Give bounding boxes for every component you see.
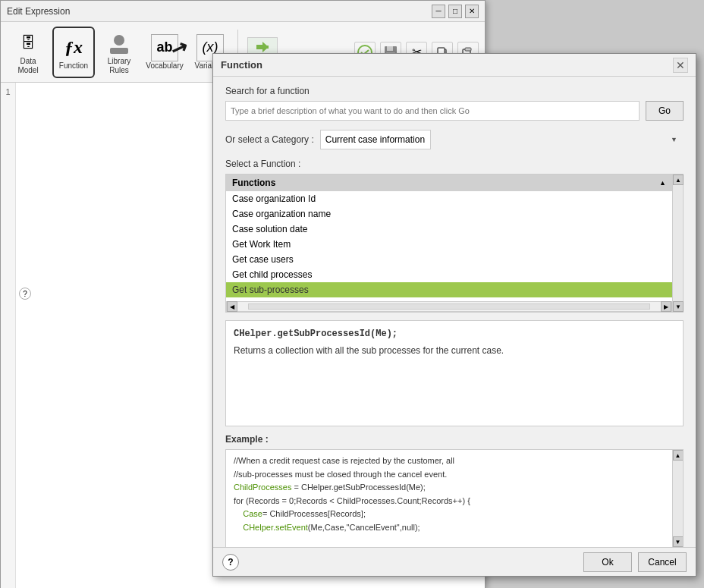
- functions-scroll-area: Functions ▲ Case organization Id Case or…: [226, 175, 683, 312]
- ok-button[interactable]: Ok: [583, 552, 632, 572]
- minimize-button[interactable]: ─: [432, 5, 445, 18]
- cancel-button[interactable]: Cancel: [638, 552, 687, 572]
- example-line-4: for (Records = 0;Records < ChildProcesse…: [234, 496, 470, 505]
- svg-point-0: [114, 35, 124, 46]
- library-rules-icon: [105, 30, 133, 57]
- example-scroll: ▲ ▼: [672, 450, 683, 547]
- svg-rect-6: [387, 46, 393, 51]
- vocabulary-label: Vocabulary: [146, 61, 183, 71]
- functions-list[interactable]: Case organization Id Case organization n…: [226, 191, 672, 301]
- left-panel: 1: [1, 83, 16, 588]
- example-scroll-down-btn[interactable]: ▼: [673, 536, 684, 547]
- function-item-case-solution-date[interactable]: Case solution date: [226, 222, 672, 237]
- v-scroll-up-top[interactable]: ▲: [659, 179, 666, 187]
- edit-expression-titlebar: Edit Expression ─ □ ✕: [1, 1, 485, 22]
- functions-header-label: Functions: [232, 178, 275, 188]
- example-code: //When a credit request case is rejected…: [226, 450, 683, 539]
- search-input[interactable]: [225, 101, 640, 121]
- svg-rect-1: [110, 48, 128, 54]
- dialog-titlebar: Function ✕: [213, 54, 696, 77]
- maximize-button[interactable]: □: [448, 5, 462, 18]
- line-number-1: 1: [5, 87, 10, 96]
- svg-rect-11: [465, 48, 471, 51]
- example-line-6: CHelper.setEvent(Me,Case,"CancelEvent",n…: [234, 523, 420, 532]
- function-item-case-org-name[interactable]: Case organization name: [226, 206, 672, 222]
- description-text: Returns a collection with all the sub pr…: [234, 345, 675, 356]
- example-line-3: ChildProcesses = CHelper.getSubProcesses…: [234, 483, 426, 492]
- v-scroll-up-btn[interactable]: ▲: [673, 175, 684, 185]
- category-wrapper: Current case information: [320, 130, 684, 149]
- help-button[interactable]: ?: [222, 554, 239, 571]
- example-scroll-track: [673, 461, 684, 536]
- h-scrollbar: ◀ ▶: [226, 301, 672, 312]
- v-scroll-track: [673, 185, 683, 301]
- example-box: //When a credit request case is rejected…: [225, 449, 684, 548]
- h-scroll-track: [248, 303, 650, 310]
- function-item-get-case-users[interactable]: Get case users: [226, 252, 672, 267]
- function-item-get-child-processes[interactable]: Get child processes: [226, 267, 672, 282]
- example-line-1: //When a credit request case is rejected…: [234, 456, 454, 465]
- search-section-label: Search for a function: [225, 86, 684, 96]
- example-label: Example :: [225, 434, 684, 445]
- v-scroll-down-btn[interactable]: ▼: [673, 301, 684, 312]
- function-item-case-org-id[interactable]: Case organization Id: [226, 191, 672, 206]
- category-select[interactable]: Current case information: [320, 130, 431, 149]
- function-icon: ƒx: [60, 34, 87, 61]
- category-row: Or select a Category : Current case info…: [225, 130, 684, 149]
- data-model-label: DataModel: [17, 57, 38, 75]
- library-rules-label: LibraryRules: [108, 57, 131, 75]
- functions-list-content: Functions ▲ Case organization Id Case or…: [226, 175, 672, 312]
- functions-container: Functions ▲ Case organization Id Case or…: [225, 174, 684, 313]
- dialog-footer: ? Ok Cancel: [213, 547, 696, 576]
- footer-buttons: Ok Cancel: [583, 552, 687, 572]
- go-button[interactable]: Go: [646, 101, 684, 121]
- functions-header: Functions ▲: [226, 175, 672, 191]
- toolbar-data-model[interactable]: 🗄 DataModel: [7, 27, 49, 78]
- h-scroll-left-btn[interactable]: ◀: [227, 301, 237, 312]
- example-line-5: Case= ChildProcesses[Records];: [234, 509, 366, 518]
- function-item-get-work-item[interactable]: Get Work Item: [226, 237, 672, 252]
- example-scroll-up-btn[interactable]: ▲: [673, 450, 684, 461]
- h-scroll-right-btn[interactable]: ▶: [661, 301, 671, 312]
- toolbar-library-rules[interactable]: LibraryRules: [98, 27, 140, 78]
- toolbar-function[interactable]: ƒx Function: [52, 27, 95, 78]
- example-line-2: //sub-processes must be closed through t…: [234, 470, 447, 479]
- svg-marker-3: [256, 42, 269, 52]
- close-edit-expr-button[interactable]: ✕: [465, 5, 479, 18]
- dialog-close-button[interactable]: ✕: [673, 58, 688, 73]
- select-function-label: Select a Function :: [225, 159, 684, 169]
- edit-expression-title: Edit Expression: [7, 6, 70, 17]
- search-row: Go: [225, 101, 684, 121]
- description-signature: CHelper.getSubProcessesId(Me);: [234, 329, 675, 339]
- dialog-title: Function: [221, 59, 262, 71]
- function-dialog: Function ✕ Search for a function Go Or s…: [212, 53, 696, 577]
- v-scrollbar: ▲ ▼: [672, 175, 683, 312]
- function-item-get-sub-processes[interactable]: Get sub-processes: [226, 282, 672, 297]
- editor-help-icon[interactable]: ?: [19, 288, 31, 300]
- data-model-icon: 🗄: [14, 30, 42, 57]
- description-box: CHelper.getSubProcessesId(Me); Returns a…: [225, 320, 684, 426]
- category-label: Or select a Category :: [225, 134, 314, 145]
- function-label: Function: [59, 61, 88, 71]
- titlebar-controls: ─ □ ✕: [432, 5, 479, 18]
- dialog-body: Search for a function Go Or select a Cat…: [213, 77, 696, 568]
